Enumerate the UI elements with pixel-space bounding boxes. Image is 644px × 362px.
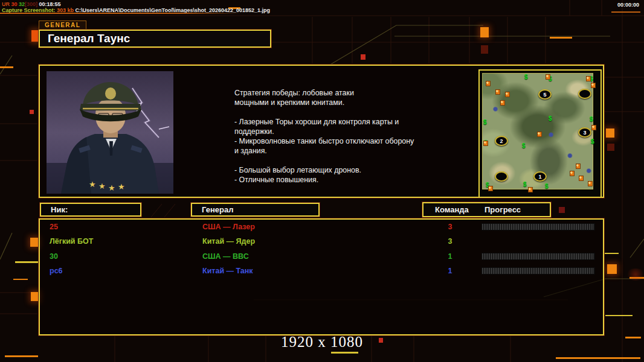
- resolution-label: 1920 x 1080: [281, 334, 363, 351]
- strategy-text: Стратегия победы: лобовые атаки мощными …: [234, 88, 437, 185]
- player-row[interactable]: 25США — Лазер3: [40, 220, 603, 234]
- column-header-general: Генерал: [191, 203, 320, 217]
- column-header-team-progress: Команда Прогресс: [422, 202, 551, 217]
- text-segment: 30: [11, 1, 19, 7]
- player-general: США — Лазер: [202, 220, 255, 234]
- player-nick: Лёгкий БОТ: [50, 234, 93, 249]
- header-progress-label: Прогресс: [485, 203, 521, 216]
- gentool-topbar: UR 30 32[300] 00:18:55 Capture Screensho…: [0, 0, 644, 16]
- oil-derrick-icon: [488, 186, 493, 191]
- deco-square: [379, 338, 383, 343]
- player-row[interactable]: 30США — ВВС1: [40, 249, 603, 264]
- deco-dash: [331, 352, 358, 354]
- start-position-marker: [495, 171, 508, 182]
- header-nick-label: Ник:: [51, 205, 68, 214]
- supply-dock-icon: $: [483, 120, 487, 125]
- player-nick: 30: [50, 249, 58, 264]
- oil-derrick-icon: [505, 92, 510, 97]
- oil-derrick-icon: [486, 81, 491, 86]
- general-portrait: ★★★★: [47, 71, 173, 194]
- deco-square: [607, 264, 617, 274]
- text-segment: UR: [2, 1, 11, 7]
- player-general: Китай — Танк: [202, 264, 253, 278]
- oil-derrick-icon: [570, 171, 575, 176]
- text-segment: 32: [19, 1, 25, 7]
- player-team: 3: [441, 234, 459, 249]
- debug-stats-line: UR 30 32[300] 00:18:55: [2, 1, 61, 7]
- game-lobby-screen: UR 30 32[300] 00:18:55 Capture Screensho…: [0, 0, 644, 362]
- supply-dock-icon: $: [591, 139, 594, 144]
- supply-dock-icon: $: [523, 182, 527, 187]
- supply-dock-icon: $: [549, 116, 552, 121]
- deco-dash: [13, 279, 28, 280]
- deco-square: [30, 238, 39, 247]
- column-header-nick: Ник:: [40, 203, 141, 217]
- player-row[interactable]: pc6Китай — Танк1: [40, 264, 603, 278]
- header-team-label: Команда: [435, 203, 469, 216]
- player-progress-bar: [482, 224, 594, 230]
- oil-derrick-icon: [579, 176, 584, 181]
- minimap: 5321$$$$$$$$$$$$: [478, 69, 602, 198]
- start-position-marker: 5: [538, 89, 552, 100]
- oil-derrick-icon: [483, 141, 488, 146]
- oil-derrick-icon: [500, 100, 505, 106]
- player-team: 3: [441, 220, 459, 234]
- oil-derrick-icon: [537, 132, 542, 137]
- deco-square: [606, 129, 614, 138]
- oil-derrick-icon: [546, 74, 550, 80]
- header-general-label: Генерал: [202, 205, 233, 214]
- svg-text:★: ★: [108, 183, 115, 192]
- general-info-panel: ★★★★ Стратегия победы: лобовые атаки мощ…: [39, 65, 604, 198]
- oil-derrick-icon: [588, 181, 593, 186]
- oil-derrick-icon: [528, 187, 533, 192]
- start-position-marker: 2: [495, 136, 508, 146]
- deco-dash: [5, 355, 38, 357]
- deco-square: [559, 207, 565, 213]
- deco-dash: [605, 315, 633, 316]
- deco-dash: [0, 66, 13, 68]
- deco-square: [481, 45, 488, 54]
- deco-dash: [604, 253, 619, 254]
- general-name: Генерал Таунс: [48, 32, 130, 45]
- supply-dock-icon: $: [590, 117, 593, 122]
- deco-square: [31, 30, 39, 42]
- oil-derrick-icon: [576, 164, 581, 169]
- player-progress-bar: [482, 253, 594, 259]
- player-progress-bar: [482, 268, 594, 274]
- text-segment: 00:18:55: [37, 1, 61, 7]
- player-team: 1: [441, 249, 459, 264]
- oil-derrick-icon: [591, 83, 596, 88]
- deco-square: [361, 54, 365, 60]
- deco-dash: [550, 37, 572, 39]
- deco-dash: [556, 357, 640, 359]
- start-position-marker: 3: [578, 127, 591, 138]
- svg-text:★: ★: [98, 182, 106, 191]
- players-rows: 25США — Лазер3Лёгкий БОТКитай — Ядер330С…: [40, 220, 603, 279]
- players-table: 25США — Лазер3Лёгкий БОТКитай — Ядер330С…: [39, 218, 604, 335]
- deco-square: [607, 144, 614, 151]
- minimap-terrain: 5321$$$$$$$$$$$$: [482, 73, 593, 189]
- player-general: Китай — Ядер: [202, 234, 255, 249]
- oil-derrick-icon: [495, 89, 500, 95]
- oil-derrick-icon: [586, 76, 591, 81]
- oil-derrick-icon: [591, 125, 596, 130]
- match-timer: 00:00:00: [617, 2, 639, 8]
- deco-dash: [625, 337, 641, 338]
- text-segment: [300]: [25, 1, 37, 7]
- svg-text:★: ★: [118, 182, 125, 191]
- start-position-marker: 1: [533, 171, 547, 182]
- general-title-box: Генерал Таунс: [39, 30, 271, 48]
- deco-dash: [15, 261, 38, 263]
- deco-glow: [625, 268, 644, 281]
- start-position-marker: [578, 89, 591, 99]
- deco-square: [480, 27, 489, 37]
- supply-dock-icon: $: [524, 75, 528, 80]
- svg-text:★: ★: [89, 180, 96, 189]
- player-general: США — ВВС: [202, 249, 249, 264]
- supply-dock-icon: $: [545, 184, 549, 189]
- deco-square: [30, 110, 34, 114]
- general-tab-text: GENERAL: [45, 22, 80, 28]
- timer-underline: [611, 11, 640, 13]
- player-row[interactable]: Лёгкий БОТКитай — Ядер3: [40, 234, 603, 249]
- player-nick: 25: [50, 220, 58, 234]
